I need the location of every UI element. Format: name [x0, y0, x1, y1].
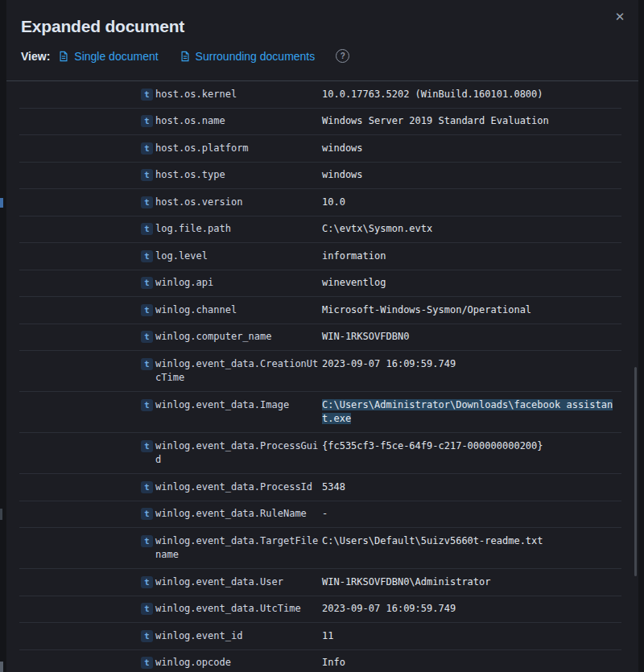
- field-type-icon: t: [141, 508, 153, 520]
- table-row: t winlog.event_data.Image C:\Users\Admin…: [19, 392, 621, 433]
- field-type-icon: t: [141, 358, 153, 370]
- field-value-text: C:\Users\Default\5uizv5660t-readme.txt: [322, 535, 543, 546]
- field-value-text: C:\evtx\Sysmon.evtx: [322, 223, 432, 234]
- field-value: -: [322, 507, 614, 522]
- table-row: t host.os.name Windows Server 2019 Stand…: [19, 109, 621, 136]
- field-value-text: information: [322, 250, 386, 262]
- field-type-icon: t: [141, 535, 153, 547]
- background-fragment: [0, 662, 3, 672]
- field-type-icon: t: [141, 223, 153, 235]
- field-value-text: {fc535cf3-f5ce-64f9-c217-000000000200}: [322, 440, 543, 451]
- field-value-text: 5348: [322, 481, 345, 493]
- field-value: windows: [322, 142, 614, 156]
- background-fragment: [0, 198, 3, 208]
- table-row: t host.os.version 10.0: [19, 189, 621, 216]
- field-name: host.os.type: [155, 168, 320, 183]
- field-name: winlog.event_data.ProcessId: [155, 480, 320, 495]
- table-row: t winlog.event_data.ProcessGuid {fc535cf…: [19, 433, 621, 474]
- field-name: winlog.api: [155, 276, 320, 291]
- field-value-text: windows: [322, 142, 363, 154]
- field-value-text: C:\Users\Administrator\Downloads\faceboo…: [322, 399, 613, 425]
- table-row: t log.file.path C:\evtx\Sysmon.evtx: [19, 216, 621, 244]
- field-value: 10.0.17763.5202 (WinBuild.160101.0800): [322, 88, 614, 102]
- field-value: information: [322, 249, 614, 264]
- table-row: t winlog.event_data.ProcessId 5348: [19, 474, 621, 501]
- field-value-text: Windows Server 2019 Standard Evaluation: [322, 115, 549, 126]
- field-value: windows: [322, 168, 614, 183]
- document-icon: [58, 51, 69, 62]
- view-link-label: Surrounding documents: [196, 50, 316, 63]
- view-label: View:: [21, 50, 50, 63]
- field-type-icon: t: [141, 277, 153, 289]
- field-value: Info: [322, 656, 614, 670]
- help-icon[interactable]: ?: [336, 49, 349, 63]
- view-link-label: Single document: [74, 50, 158, 63]
- field-type-icon: t: [141, 89, 153, 101]
- field-value: WIN-1RKSOVFDBN0\Administrator: [322, 575, 614, 590]
- table-row: t winlog.channel Microsoft-Windows-Sysmo…: [19, 297, 621, 324]
- doc-table-rows: t host.os.kernel 10.0.17763.5202 (WinBui…: [19, 81, 621, 672]
- expanded-document-flyout: Expanded document ✕ View: Single documen…: [6, 0, 638, 672]
- table-row: t winlog.event_id 11: [19, 623, 621, 650]
- field-name: host.os.platform: [155, 142, 320, 156]
- field-value: 10.0: [322, 196, 614, 210]
- field-name: winlog.event_data.UtcTime: [155, 602, 320, 616]
- field-value-text: Info: [322, 657, 345, 668]
- field-type-icon: t: [141, 142, 153, 155]
- field-value-text: 2023-09-07 16:09:59.749: [322, 358, 456, 369]
- field-value: wineventlog: [322, 276, 614, 291]
- field-name: winlog.event_data.User: [155, 575, 320, 590]
- field-name: host.os.name: [155, 114, 320, 129]
- field-value-text: 10.0.17763.5202 (WinBuild.160101.0800): [322, 89, 543, 100]
- field-value: Windows Server 2019 Standard Evaluation: [322, 114, 614, 129]
- field-name: winlog.event_data.CreationUtcTime: [155, 357, 320, 385]
- field-value-text: Microsoft-Windows-Sysmon/Operational: [322, 304, 531, 315]
- field-type-icon: t: [141, 603, 153, 615]
- field-type-icon: t: [141, 304, 153, 316]
- table-row: t winlog.event_data.UtcTime 2023-09-07 1…: [19, 596, 621, 624]
- table-row: t winlog.event_data.RuleName -: [19, 501, 621, 529]
- field-type-icon: t: [141, 196, 153, 208]
- view-surrounding-documents-link[interactable]: Surrounding documents: [180, 50, 316, 63]
- background-fragment: [0, 509, 2, 520]
- table-row: t host.os.platform windows: [19, 135, 621, 163]
- view-row: View: Single document Surroun: [21, 49, 619, 63]
- field-name: host.os.version: [155, 196, 320, 210]
- field-name: winlog.computer_name: [155, 330, 320, 344]
- field-value-text: 11: [322, 630, 333, 641]
- table-row: t winlog.computer_name WIN-1RKSOVFDBN0: [19, 324, 621, 352]
- field-value: Microsoft-Windows-Sysmon/Operational: [322, 303, 614, 318]
- field-name: host.os.kernel: [155, 88, 320, 102]
- table-row: t host.os.type windows: [19, 163, 621, 190]
- field-value-text: wineventlog: [322, 277, 386, 288]
- field-value-text: WIN-1RKSOVFDBN0\Administrator: [322, 576, 491, 587]
- field-value-text: 2023-09-07 16:09:59.749: [322, 603, 456, 614]
- field-type-icon: t: [141, 250, 153, 262]
- table-row: t winlog.event_data.CreationUtcTime 2023…: [19, 351, 621, 392]
- field-name: winlog.event_data.Image: [155, 398, 320, 413]
- field-name: winlog.event_id: [155, 629, 320, 644]
- field-name: winlog.event_data.TargetFilename: [155, 534, 320, 563]
- field-value-text: WIN-1RKSOVFDBN0: [322, 331, 409, 342]
- field-value: C:\evtx\Sysmon.evtx: [322, 222, 614, 237]
- field-type-icon: t: [141, 630, 153, 642]
- field-value-text: -: [322, 508, 328, 519]
- table-row: t winlog.opcode Info: [19, 650, 621, 672]
- field-type-icon: t: [141, 331, 153, 343]
- close-button[interactable]: ✕: [609, 6, 630, 27]
- field-type-icon: t: [141, 440, 153, 452]
- field-value: 2023-09-07 16:09:59.749: [322, 602, 614, 616]
- field-value: 2023-09-07 16:09:59.749: [322, 357, 614, 372]
- field-value: WIN-1RKSOVFDBN0: [322, 330, 614, 344]
- table-row: t winlog.event_data.User WIN-1RKSOVFDBN0…: [19, 569, 621, 596]
- field-type-icon: t: [141, 657, 153, 669]
- field-value: 11: [322, 629, 614, 644]
- close-icon: ✕: [615, 10, 625, 24]
- field-value: C:\Users\Administrator\Downloads\faceboo…: [322, 398, 614, 427]
- field-type-icon: t: [141, 481, 153, 493]
- table-scrollbar-thumb[interactable]: [634, 367, 637, 576]
- table-row: t winlog.event_data.TargetFilename C:\Us…: [19, 528, 621, 569]
- field-name: winlog.opcode: [155, 656, 320, 670]
- field-value-text: 10.0: [322, 196, 345, 208]
- view-single-document-link[interactable]: Single document: [58, 50, 158, 63]
